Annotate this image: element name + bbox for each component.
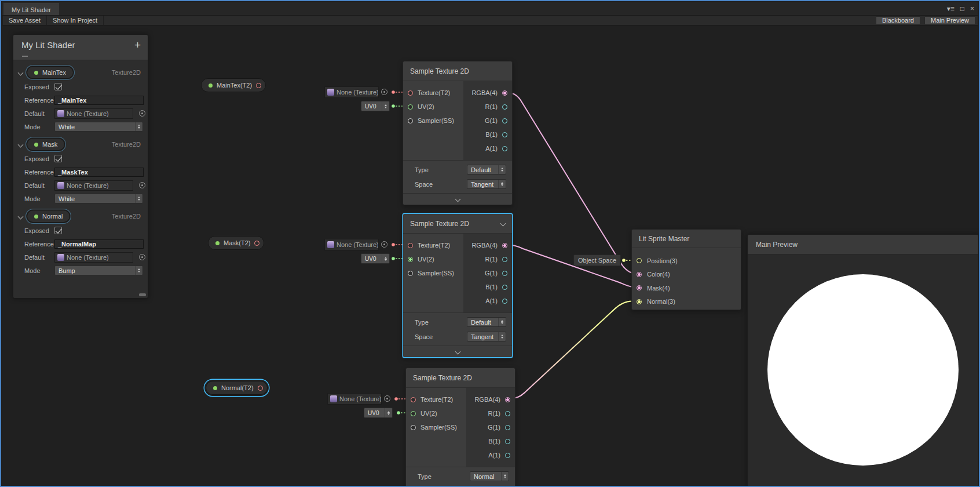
exposed-checkbox[interactable] [54,155,62,162]
object-picker-icon[interactable] [381,89,387,95]
r-output-port[interactable] [502,257,507,262]
object-picker-icon[interactable] [139,182,145,188]
exposed-checkbox[interactable] [54,227,62,234]
a-output-port[interactable] [502,146,507,151]
node-header[interactable]: Sample Texture 2D [406,368,515,388]
type-dropdown[interactable]: Normal [470,471,509,481]
sample-texture-2d-node-2[interactable]: Sample Texture 2D Texture(T2) UV(2) Samp… [403,213,513,358]
g-output-port[interactable] [502,118,507,123]
property-pill-normal[interactable]: Normal [27,210,70,222]
chevron-down-icon[interactable] [18,141,24,147]
chevron-down-icon[interactable] [18,213,24,219]
texture-output-port[interactable] [254,241,259,246]
sampler-input-port[interactable] [408,271,413,276]
texture-input-port[interactable] [408,90,413,96]
property-pill-maintex[interactable]: MainTex [27,67,73,78]
position-input-port[interactable] [637,258,642,263]
reference-input[interactable]: _NormalMap [54,239,144,249]
texture-input-port[interactable] [411,397,416,402]
reference-input[interactable]: _MaskTex [54,168,144,177]
texture-output-port[interactable] [256,83,261,88]
property-pill-mask[interactable]: Mask [27,139,64,150]
texture-slot-field[interactable]: None (Texture) [327,393,382,405]
property-node-normal[interactable]: Normal(T2) [206,381,268,395]
exposed-checkbox[interactable] [54,83,62,90]
property-node-mask[interactable]: Mask(T2) [208,236,264,250]
position-space-field[interactable]: Object Space [573,255,621,266]
mode-dropdown[interactable]: White [54,194,143,203]
blackboard-toggle-button[interactable]: Blackboard [876,16,920,25]
texture-slot-field[interactable]: None (Texture) [324,86,379,98]
lit-sprite-master-node[interactable]: Lit Sprite Master Position(3) Color(4) M… [631,229,741,310]
object-picker-icon[interactable] [381,241,387,248]
rgba-output-port[interactable] [505,397,510,402]
g-output-port[interactable] [505,425,510,430]
g-output-port[interactable] [502,271,507,276]
r-output-port[interactable] [502,104,507,110]
a-output-port[interactable] [505,453,510,458]
node-header[interactable]: Lit Sprite Master [632,230,741,248]
uv-channel-dropdown[interactable]: UV0 [364,408,393,418]
node-collapse-strip[interactable] [403,193,512,205]
chevron-down-icon[interactable] [18,70,24,75]
sample-texture-2d-node-3[interactable]: Sample Texture 2D Texture(T2) UV(2) Samp… [405,368,515,487]
space-dropdown[interactable]: Tangent [467,179,506,189]
object-picker-icon[interactable] [139,254,145,260]
texture-output-port[interactable] [258,386,263,391]
main-preview-viewport[interactable] [748,255,978,487]
type-dropdown[interactable]: Default [467,165,506,175]
main-preview-toggle-button[interactable]: Main Preview [924,16,975,25]
default-texture-field[interactable]: None (Texture) [54,252,133,263]
uv-input-port[interactable] [411,411,416,416]
panel-resize-grip[interactable] [139,293,146,296]
window-maximize-icon[interactable]: □ [960,4,964,13]
reference-input[interactable]: _MainTex [54,96,144,105]
r-output-port[interactable] [505,411,510,416]
texture-input-port[interactable] [408,243,413,248]
uv-channel-dropdown[interactable]: UV0 [361,101,390,111]
mask-input-port[interactable] [637,285,642,290]
blackboard-subtitle-dash [22,56,28,57]
b-output-port[interactable] [502,285,507,290]
node-header[interactable]: Sample Texture 2D [403,214,512,234]
object-picker-icon[interactable] [384,395,390,402]
window-menu-icon[interactable]: ▾≡ [947,4,955,13]
b-output-port[interactable] [505,439,510,444]
texture-slot-field[interactable]: None (Texture) [324,239,379,250]
rgba-output-port[interactable] [502,243,507,248]
show-in-project-button[interactable]: Show In Project [47,16,104,25]
default-texture-field[interactable]: None (Texture) [54,180,133,191]
default-texture-field[interactable]: None (Texture) [54,108,133,119]
main-preview-panel[interactable]: Main Preview [747,234,979,487]
color-input-port[interactable] [637,272,642,277]
add-property-button[interactable]: + [134,39,141,50]
a-output-port[interactable] [502,299,507,304]
tab-my-lit-shader[interactable]: My Lit Shader [3,3,59,15]
sampler-input-port[interactable] [411,425,416,430]
save-asset-button[interactable]: Save Asset [2,16,47,25]
window-close-icon[interactable]: × [970,4,974,13]
rgba-output-port[interactable] [502,90,507,96]
b-output-port[interactable] [502,132,507,137]
object-picker-icon[interactable] [139,110,145,117]
exposed-dot-icon [34,71,38,75]
sample-texture-2d-node-1[interactable]: Sample Texture 2D Texture(T2) UV(2) Samp… [403,61,513,205]
property-node-label: Normal(T2) [221,384,254,391]
space-dropdown[interactable]: Tangent [467,332,506,341]
property-node-maintex[interactable]: MainTex(T2) [201,78,266,92]
uv-input-port[interactable] [408,104,413,110]
mode-dropdown[interactable]: White [54,122,143,132]
dropdown-arrows-icon [382,254,389,263]
main-preview-header[interactable]: Main Preview [748,235,978,255]
node-header[interactable]: Sample Texture 2D [403,61,512,81]
port-label: RGBA(4) [471,89,498,96]
node-collapse-strip[interactable] [403,346,512,357]
type-dropdown[interactable]: Default [467,317,506,327]
sampler-input-port[interactable] [408,118,413,123]
chevron-down-icon[interactable] [500,221,506,227]
uv-channel-dropdown[interactable]: UV0 [361,253,390,264]
mode-dropdown[interactable]: Bump [54,266,143,275]
normal-input-port[interactable] [637,299,642,304]
uv-input-port[interactable] [408,257,413,262]
blackboard-panel[interactable]: My Lit Shader + MainTex Texture2D Expose… [13,34,148,299]
